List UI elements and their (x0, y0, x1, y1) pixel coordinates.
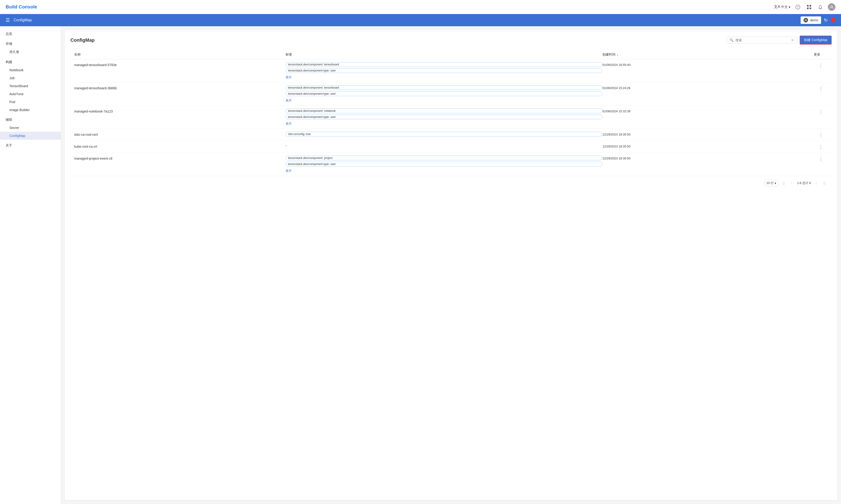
sort-icon: ↓ (616, 53, 618, 56)
cell-time: 01/09/2024 16:55:40 (602, 62, 814, 67)
grid-button[interactable] (805, 3, 813, 11)
svg-point-6 (820, 8, 821, 9)
col-tags: 标签 (286, 53, 603, 57)
cell-tags: tensorstack.dev/component: tensorboardte… (286, 85, 603, 103)
demo-selector[interactable]: demo (801, 16, 821, 24)
tag-pill: tensorstack.dev/component: tensorboard (286, 62, 603, 67)
sidebar-item-job[interactable]: Job (0, 74, 61, 82)
cell-tags: istio.io/config: true (286, 132, 603, 137)
sidebar-section-auxiliary: 辅助 Secret ConfigMap (0, 116, 61, 140)
search-clear-icon[interactable]: ✕ (791, 38, 794, 42)
table-row: managed-tensorboard-3b66b tensorstack.de… (70, 83, 831, 106)
cell-tags: tensorstack.dev/component: tensorboardte… (286, 62, 603, 79)
per-page-chevron: ▾ (775, 181, 776, 185)
create-configmap-button[interactable]: 创建 ConfigMap (800, 36, 831, 44)
tag-pill: tensorstack.dev/component-type: user (286, 91, 603, 96)
status-indicator (831, 18, 835, 22)
cell-name: managed-notebook-7a123 (74, 109, 286, 113)
lang-switcher[interactable]: 文A 中文 ▾ (774, 4, 790, 10)
tag-pill: tensorstack.dev/component: tensorboard (286, 85, 603, 90)
expand-link[interactable]: 展开 (286, 98, 603, 103)
sidebar-title-about[interactable]: 关于 (0, 142, 61, 149)
per-page-selector[interactable]: 10 行 ▾ (764, 180, 778, 186)
cell-time: 12/29/2023 18:35:50 (602, 144, 814, 148)
more-button[interactable]: ⋮ (814, 144, 828, 150)
sidebar-item-secret[interactable]: Secret (0, 124, 61, 132)
search-box: 🔍 ✕ (726, 37, 797, 43)
first-page-button[interactable]: ⟨| (780, 180, 787, 186)
page-header: ConfigMap 🔍 ✕ 创建 ConfigMap (70, 36, 831, 44)
more-button[interactable]: ⋮ (814, 109, 828, 115)
sidebar-item-pvc[interactable]: 持久卷 (0, 48, 61, 56)
col-time[interactable]: 创建时间 ↓ (602, 53, 814, 57)
sidebar: 总览 存储 持久卷 构建 Notebook Job TensorBoard Au… (0, 26, 61, 504)
top-header: Build Console 文A 中文 ▾ ? (0, 0, 841, 14)
sidebar-section-about: 关于 (0, 142, 61, 149)
app-title: Build Console (6, 4, 37, 10)
svg-text:?: ? (797, 5, 799, 9)
expand-link[interactable]: 展开 (286, 75, 603, 79)
cell-name: managed-tensorboard-3b66b (74, 85, 286, 90)
pagination: 10 行 ▾ ⟨| ‹ 1-6 总计 6 › |⟩ (70, 176, 831, 190)
cell-name: istio-ca-root-cert (74, 132, 286, 137)
next-page-button[interactable]: › (813, 180, 819, 186)
page-header-right: 🔍 ✕ 创建 ConfigMap (726, 36, 831, 44)
page-info: 1-6 总计 6 (797, 181, 811, 185)
cell-tags: - (286, 144, 603, 147)
table-row: kube-root-ca.crt - 12/29/2023 18:35:50 ⋮ (70, 141, 831, 153)
col-more: 更多 (814, 53, 828, 57)
sidebar-item-notebook[interactable]: Notebook (0, 66, 61, 74)
sidebar-section-storage: 存储 持久卷 (0, 40, 61, 56)
lang-label: 中文 (781, 5, 788, 9)
cell-tags: tensorstack.dev/component: notebooktenso… (286, 109, 603, 126)
sidebar-item-pod[interactable]: Pod (0, 98, 61, 106)
more-button[interactable]: ⋮ (814, 62, 828, 68)
hamburger-menu[interactable]: ☰ (6, 17, 10, 23)
search-input[interactable] (735, 38, 791, 42)
cell-time: 12/29/2023 18:35:50 (602, 132, 814, 136)
translate-icon: 文A (774, 4, 780, 10)
svg-rect-3 (810, 5, 811, 6)
prev-page-button[interactable]: ‹ (789, 180, 795, 186)
table-row: istio-ca-root-cert istio.io/config: true… (70, 129, 831, 141)
sidebar-item-image-builder[interactable]: Image Builder (0, 106, 61, 114)
more-button[interactable]: ⋮ (814, 85, 828, 91)
svg-point-7 (831, 5, 833, 7)
more-button[interactable]: ⋮ (814, 132, 828, 138)
nav-bar: ☰ ConfigMap demo ↻ (0, 14, 841, 26)
tag-pill: tensorstack.dev/component-type: user (286, 162, 603, 166)
search-icon: 🔍 (730, 38, 734, 42)
expand-link[interactable]: 展开 (286, 122, 603, 126)
sidebar-item-configmap[interactable]: ConfigMap (0, 132, 61, 140)
cell-time: 01/09/2024 15:24:26 (602, 85, 814, 90)
nav-bar-right: demo ↻ (801, 16, 835, 24)
svg-point-8 (805, 19, 807, 20)
user-avatar[interactable] (828, 3, 835, 11)
top-header-right: 文A 中文 ▾ ? (774, 3, 835, 11)
cell-tags: tensorstack.dev/component: projecttensor… (286, 156, 603, 173)
help-button[interactable]: ? (794, 3, 802, 11)
refresh-button[interactable]: ↻ (824, 17, 828, 23)
top-header-left: Build Console (6, 4, 37, 10)
sidebar-title-overview[interactable]: 总览 (0, 30, 61, 38)
tag-pill: tensorstack.dev/component-type: user (286, 68, 603, 73)
sidebar-section-build: 构建 Notebook Job TensorBoard AutoTune Pod… (0, 58, 61, 114)
last-page-button[interactable]: |⟩ (821, 180, 828, 186)
cell-time: 01/08/2024 15:32:39 (602, 109, 814, 113)
notification-button[interactable] (817, 3, 824, 11)
sidebar-item-tensorboard[interactable]: TensorBoard (0, 82, 61, 90)
chevron-down-icon: ▾ (789, 5, 790, 9)
tag-pill: tensorstack.dev/component-type: user (286, 115, 603, 119)
nav-title: ConfigMap (14, 18, 32, 22)
more-button[interactable]: ⋮ (814, 156, 828, 162)
table-header: 名称 标签 创建时间 ↓ 更多 (70, 50, 831, 59)
table-row: managed-notebook-7a123 tensorstack.dev/c… (70, 106, 831, 129)
tag-pill: tensorstack.dev/component: notebook (286, 109, 603, 113)
demo-label: demo (810, 18, 818, 22)
col-name: 名称 (74, 53, 286, 57)
sidebar-title-storage: 存储 (0, 40, 61, 48)
expand-link[interactable]: 展开 (286, 169, 603, 173)
per-page-label: 10 行 (766, 181, 774, 185)
content-area: ConfigMap 🔍 ✕ 创建 ConfigMap 名称 标签 创建时间 ↓ … (65, 30, 837, 500)
sidebar-item-autotune[interactable]: AutoTune (0, 90, 61, 98)
